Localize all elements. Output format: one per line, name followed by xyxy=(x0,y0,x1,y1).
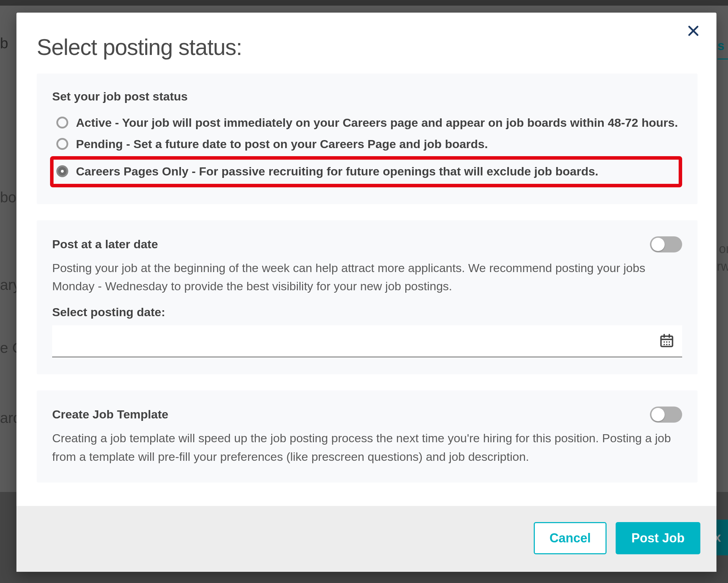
radio-option-careers-only[interactable]: Careers Pages Only - For passive recruit… xyxy=(50,156,682,187)
radio-icon[interactable] xyxy=(56,138,68,150)
later-date-description: Posting your job at the beginning of the… xyxy=(52,259,682,296)
post-job-button[interactable]: Post Job xyxy=(616,522,700,554)
modal-body-scroll[interactable]: Set your job post status Active - Your j… xyxy=(37,74,712,506)
radio-label: Active - Your job will post immediately … xyxy=(76,115,678,130)
radio-icon-selected[interactable] xyxy=(56,165,68,177)
job-template-panel: Create Job Template Creating a job templ… xyxy=(37,390,698,483)
close-icon[interactable] xyxy=(687,25,700,40)
later-date-panel: Post at a later date Posting your job at… xyxy=(37,220,698,374)
later-date-toggle[interactable] xyxy=(650,236,682,252)
svg-point-6 xyxy=(664,341,665,343)
radio-label: Careers Pages Only - For passive recruit… xyxy=(76,164,598,179)
status-panel-heading: Set your job post status xyxy=(52,90,682,103)
svg-point-11 xyxy=(668,344,670,345)
modal-title: Select posting status: xyxy=(37,34,242,60)
svg-point-7 xyxy=(666,341,667,343)
posting-status-modal: Select posting status: Set your job post… xyxy=(16,13,716,572)
svg-point-10 xyxy=(666,344,667,345)
cancel-button[interactable]: Cancel xyxy=(534,522,607,554)
toggle-knob xyxy=(651,238,665,251)
calendar-icon[interactable] xyxy=(659,333,674,348)
posting-date-label: Select posting date: xyxy=(52,305,682,319)
radio-inner-dot xyxy=(61,170,64,173)
svg-point-8 xyxy=(668,341,670,343)
radio-option-active[interactable]: Active - Your job will post immediately … xyxy=(52,112,682,134)
toggle-knob xyxy=(651,408,665,421)
modal-header: Select posting status: xyxy=(16,13,716,60)
radio-option-pending[interactable]: Pending - Set a future date to post on y… xyxy=(52,134,682,155)
posting-date-field[interactable] xyxy=(52,325,682,358)
posting-date-input[interactable] xyxy=(59,325,659,356)
svg-point-9 xyxy=(664,344,665,345)
status-panel: Set your job post status Active - Your j… xyxy=(37,74,698,204)
status-radio-group: Active - Your job will post immediately … xyxy=(52,112,682,187)
radio-label: Pending - Set a future date to post on y… xyxy=(76,137,488,152)
later-date-heading: Post at a later date xyxy=(52,237,158,251)
job-template-heading: Create Job Template xyxy=(52,408,168,421)
radio-icon[interactable] xyxy=(56,117,68,129)
modal-footer: Cancel Post Job xyxy=(16,506,716,572)
job-template-toggle[interactable] xyxy=(650,407,682,423)
job-template-description: Creating a job template will speed up th… xyxy=(52,429,682,466)
